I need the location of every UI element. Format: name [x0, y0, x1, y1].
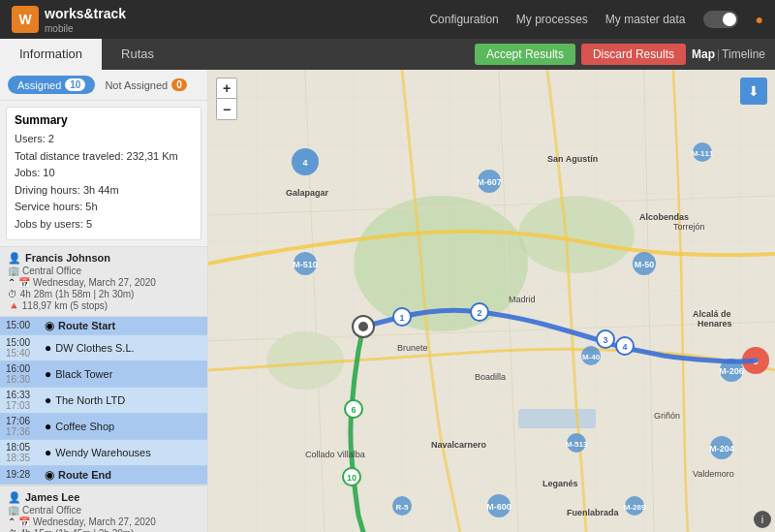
logo-icon: W	[18, 12, 31, 27]
route-time: 17:0617:36	[6, 416, 41, 437]
svg-text:6: 6	[351, 405, 356, 415]
route-item[interactable]: 15:00◉Route Start	[0, 317, 207, 335]
svg-line-6	[305, 70, 325, 532]
map-controls: + −	[216, 78, 237, 120]
summary-row: Jobs by users: 5	[15, 216, 193, 234]
route-item[interactable]: 16:3317:03●The North LTD	[0, 388, 207, 414]
user-name-1: Francis Johnson	[25, 252, 110, 264]
summary-row: Jobs: 10	[15, 165, 193, 182]
nav-my-processes[interactable]: My processes	[516, 13, 588, 26]
svg-text:10: 10	[347, 473, 356, 483]
map-timeline-toggle: Map | Timeline	[692, 47, 765, 61]
svg-text:Alcobendas: Alcobendas	[639, 212, 689, 222]
tabs-left: Information Rutas	[0, 39, 173, 70]
sub-tab-not-assigned[interactable]: Not Assigned 0	[95, 76, 196, 94]
svg-text:Valdemoro: Valdemoro	[693, 469, 734, 479]
svg-text:Torrejón: Torrejón	[673, 222, 705, 232]
timeline-link[interactable]: Timeline	[722, 47, 765, 61]
summary-title: Summary	[15, 113, 193, 127]
user-icon-2: 👤	[8, 491, 21, 504]
svg-text:Griñón: Griñón	[654, 411, 680, 421]
svg-text:M-600: M-600	[486, 502, 512, 512]
user-header-1: 👤 Francis Johnson 🏢 Central Office ⌃ 📅 W…	[0, 246, 207, 317]
date-icon-1: 📅	[18, 277, 30, 288]
zoom-in-button[interactable]: +	[216, 78, 237, 99]
summary-box: Summary Users: 2Total distance traveled:…	[6, 107, 202, 240]
route-icon: ◉	[45, 319, 54, 332]
route-icon: ◉	[45, 468, 54, 482]
route-icon: ●	[45, 393, 51, 407]
header-nav: Configuration My processes My master dat…	[429, 11, 763, 28]
left-panel: Assigned 10 Not Assigned 0 Summary Users…	[0, 70, 208, 532]
user-name-2: James Lee	[25, 491, 79, 503]
tabs-right: Accept Results Discard Results Map | Tim…	[475, 39, 775, 70]
svg-text:Henares: Henares	[698, 319, 732, 329]
svg-text:Leganés: Leganés	[542, 479, 578, 488]
svg-text:M-40: M-40	[582, 353, 601, 361]
toggle-switch[interactable]	[703, 11, 738, 28]
svg-line-8	[644, 70, 654, 532]
user-distance-1: 🔺 118,97 km (5 stops)	[8, 300, 200, 311]
svg-line-5	[208, 322, 775, 341]
main-content: Assigned 10 Not Assigned 0 Summary Users…	[0, 70, 775, 532]
sub-tabs: Assigned 10 Not Assigned 0	[0, 70, 207, 101]
map-link[interactable]: Map	[692, 47, 715, 61]
notification-dot: ●	[756, 12, 763, 27]
logo-text-area: works&track mobile	[45, 6, 126, 34]
route-time: 16:0016:30	[6, 363, 41, 385]
route-label: Route End	[58, 469, 111, 481]
route-label: Coffee Shop	[55, 421, 114, 432]
nav-my-master-data[interactable]: My master data	[605, 13, 686, 26]
svg-text:Collado Villalba: Collado Villalba	[305, 450, 365, 459]
route-label: Route Start	[58, 320, 115, 331]
route-item[interactable]: 17:0617:36●Coffee Shop	[0, 414, 207, 440]
svg-text:M-510: M-510	[293, 260, 318, 269]
route-time: 19:28	[6, 469, 41, 480]
svg-text:M-111: M-111	[692, 149, 714, 158]
discard-results-button[interactable]: Discard Results	[581, 44, 686, 65]
route-label: Black Tower	[55, 368, 112, 380]
summary-rows: Users: 2Total distance traveled: 232,31 …	[15, 131, 193, 234]
app-header: W works&track mobile Configuration My pr…	[0, 0, 775, 39]
user-section-2: 👤 James Lee 🏢 Central Office ⌃ 📅 Wednesd…	[0, 485, 207, 532]
map-area[interactable]: M-510 M-607 M-50 M-40 M-513 M-600 M-111 …	[208, 70, 775, 532]
user-date-2: Wednesday, March 27, 2020	[33, 516, 156, 527]
route-list-1: 15:00◉Route Start15:0015:40●DW Clothes S…	[0, 317, 207, 485]
route-icon: ●	[45, 420, 51, 433]
svg-text:Brunete: Brunete	[397, 343, 428, 353]
chevron-icon-1: ⌃	[8, 277, 16, 288]
user-stats-1: ⏱ 4h 28m (1h 58m | 2h 30m)	[8, 289, 200, 299]
svg-point-44	[358, 322, 368, 331]
user-date-1: Wednesday, March 27, 2020	[33, 277, 156, 288]
route-icon: ●	[45, 446, 51, 459]
svg-text:Madrid: Madrid	[509, 295, 536, 304]
sub-tab-assigned[interactable]: Assigned 10	[8, 76, 95, 94]
svg-text:M-204: M-204	[709, 444, 734, 454]
route-item[interactable]: 18:0518:35●Wendy Warehouses	[0, 440, 207, 466]
zoom-out-button[interactable]: −	[216, 99, 237, 120]
user-header-2: 👤 James Lee 🏢 Central Office ⌃ 📅 Wednesd…	[0, 485, 207, 532]
summary-row: Driving hours: 3h 44m	[15, 182, 193, 200]
map-download-button[interactable]: ⬇	[740, 78, 767, 105]
tab-rutas[interactable]: Rutas	[102, 39, 173, 70]
summary-row: Users: 2	[15, 131, 193, 148]
svg-text:3: 3	[603, 335, 607, 345]
svg-text:Navalcarnero: Navalcarnero	[431, 440, 487, 450]
svg-text:M-50: M-50	[635, 260, 655, 269]
route-item[interactable]: 16:0016:30●Black Tower	[0, 361, 207, 388]
summary-row: Service hours: 5h	[15, 199, 193, 216]
app-sub: mobile	[45, 23, 126, 34]
accept-results-button[interactable]: Accept Results	[475, 44, 575, 65]
svg-text:M-513: M-513	[566, 440, 588, 449]
user-office-1: Central Office	[22, 266, 81, 276]
tab-information[interactable]: Information	[0, 39, 102, 70]
nav-configuration[interactable]: Configuration	[429, 13, 498, 26]
svg-text:1: 1	[399, 313, 404, 323]
svg-text:2: 2	[477, 308, 481, 318]
svg-text:Alcalá de: Alcalá de	[693, 309, 731, 319]
date-icon-2: 📅	[18, 516, 30, 527]
route-item[interactable]: 15:0015:40●DW Clothes S.L.	[0, 335, 207, 361]
map-info-button[interactable]: i	[754, 511, 771, 528]
office-icon-1: 🏢	[8, 266, 19, 276]
route-item[interactable]: 19:28◉Route End	[0, 466, 207, 485]
